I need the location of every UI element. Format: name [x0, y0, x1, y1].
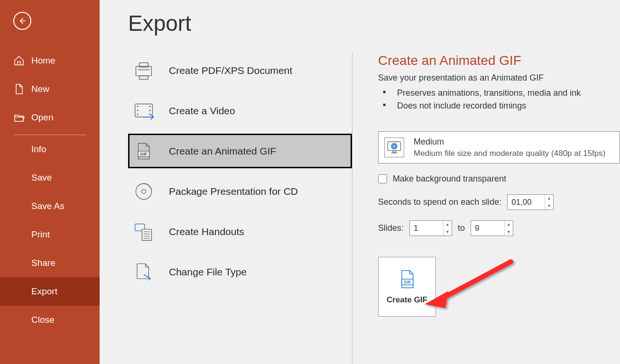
create-gif-button[interactable]: GIF Create GIF — [378, 257, 436, 317]
export-option-handouts[interactable]: Create Handouts — [128, 214, 352, 249]
sidebar-item-label: Save As — [31, 201, 65, 211]
new-file-icon — [13, 83, 25, 95]
export-option-label: Create a Video — [169, 105, 235, 117]
sidebar-item-label: Info — [31, 144, 46, 155]
folder-open-icon — [13, 112, 25, 123]
svg-point-14 — [142, 189, 146, 193]
export-option-label: Package Presentation for CD — [169, 186, 298, 197]
sidebar-item-label: Home — [31, 55, 56, 66]
spinner-down-icon[interactable]: ▼ — [444, 228, 452, 236]
monitor-icon — [384, 137, 404, 157]
sidebar-item-info[interactable]: Info — [0, 135, 100, 164]
transparent-label: Make background transparent — [393, 174, 506, 184]
cd-icon — [133, 181, 155, 202]
export-option-gif[interactable]: GIF Create an Animated GIF — [128, 134, 352, 168]
slides-row: Slides: 1 ▲ ▼ to 9 ▲ ▼ — [378, 220, 620, 236]
seconds-spinner[interactable]: 01,00 ▲ ▼ — [507, 194, 554, 210]
sidebar-item-label: Close — [31, 315, 55, 325]
svg-rect-23 — [393, 151, 396, 152]
export-option-label: Create an Animated GIF — [169, 146, 276, 157]
sidebar-item-print[interactable]: Print — [0, 220, 100, 249]
create-gif-label: Create GIF — [387, 295, 427, 305]
svg-rect-2 — [139, 76, 148, 79]
transparent-checkbox[interactable] — [378, 174, 387, 183]
content-columns: Create PDF/XPS Document Create a — [128, 53, 620, 364]
quality-dropdown[interactable]: Medium Medium file size and moderate qua… — [378, 131, 620, 164]
sidebar-item-open[interactable]: Open — [0, 103, 100, 132]
handouts-icon — [133, 221, 155, 243]
svg-rect-0 — [136, 66, 152, 75]
video-icon — [133, 100, 155, 122]
gif-icon: GIF — [133, 140, 155, 162]
slides-to-value[interactable]: 9 — [471, 221, 504, 236]
svg-point-9 — [149, 109, 150, 111]
sidebar-item-label: Open — [31, 112, 53, 123]
change-filetype-icon — [133, 261, 155, 283]
svg-text:GIF: GIF — [140, 152, 148, 156]
export-option-video[interactable]: Create a Video — [128, 93, 352, 128]
export-option-pdf[interactable]: Create PDF/XPS Document — [128, 53, 352, 88]
spinner-down-icon[interactable]: ▼ — [545, 202, 553, 210]
sidebar-item-share[interactable]: Share — [0, 249, 100, 277]
sidebar-item-save[interactable]: Save — [0, 164, 100, 192]
svg-point-5 — [137, 106, 139, 107]
back-button[interactable] — [13, 12, 31, 30]
seconds-value[interactable]: 01,00 — [508, 195, 545, 209]
quality-title: Medium — [414, 137, 605, 147]
detail-bullets: Preserves animations, transitions, media… — [381, 87, 620, 112]
export-option-label: Create Handouts — [169, 226, 244, 237]
slides-to-label: to — [458, 223, 465, 233]
sidebar-item-new[interactable]: New — [0, 75, 100, 103]
detail-title: Create an Animated GIF — [378, 53, 620, 68]
export-option-list: Create PDF/XPS Document Create a — [128, 53, 352, 364]
sidebar-item-label: Share — [31, 258, 56, 268]
detail-subtitle: Save your presentation as an Animated GI… — [378, 73, 620, 83]
bullet-item: Does not include recorded timings — [381, 100, 620, 112]
svg-point-8 — [149, 106, 150, 107]
sidebar-item-home[interactable]: Home — [0, 46, 100, 75]
slides-label: Slides: — [378, 223, 404, 233]
export-option-label: Create PDF/XPS Document — [169, 65, 292, 76]
sidebar-item-label: Print — [31, 229, 50, 240]
backstage-sidebar: Home New Open Info Save Save As Print Sh… — [0, 0, 100, 364]
slides-from-spinner[interactable]: 1 ▲ ▼ — [409, 220, 452, 236]
page-title: Export — [128, 10, 620, 36]
seconds-row: Seconds to spend on each slide: 01,00 ▲ … — [378, 194, 620, 210]
export-option-cd[interactable]: Package Presentation for CD — [128, 174, 352, 209]
transparent-checkbox-row[interactable]: Make background transparent — [378, 174, 620, 184]
slides-to-spinner[interactable]: 9 ▲ ▼ — [471, 220, 513, 236]
spinner-up-icon[interactable]: ▲ — [444, 221, 452, 228]
svg-point-10 — [149, 113, 150, 115]
sidebar-item-save-as[interactable]: Save As — [0, 192, 100, 220]
spinner-up-icon[interactable]: ▲ — [545, 195, 553, 202]
sidebar-item-label: New — [31, 84, 49, 94]
export-detail-pane: Create an Animated GIF Save your present… — [352, 53, 620, 364]
gif-file-icon: GIF — [397, 269, 417, 290]
slides-from-value[interactable]: 1 — [410, 221, 443, 236]
svg-rect-16 — [142, 229, 151, 240]
sidebar-item-label: Save — [31, 173, 52, 183]
main-content: Export Create PDF/XPS Document — [100, 0, 620, 364]
pdf-icon — [133, 60, 155, 82]
export-option-filetype[interactable]: Change File Type — [128, 255, 352, 289]
quality-texts: Medium Medium file size and moderate qua… — [414, 137, 605, 158]
svg-point-6 — [137, 109, 139, 111]
spinner-up-icon[interactable]: ▲ — [505, 221, 513, 228]
bullet-item: Preserves animations, transitions, media… — [381, 87, 620, 100]
sidebar-item-close[interactable]: Close — [0, 306, 100, 334]
sidebar-item-export[interactable]: Export — [0, 277, 100, 306]
seconds-label: Seconds to spend on each slide: — [378, 197, 501, 207]
sidebar-item-label: Export — [31, 286, 57, 297]
home-icon — [13, 55, 25, 66]
quality-description: Medium file size and moderate quality (4… — [414, 149, 605, 158]
export-option-label: Change File Type — [169, 266, 247, 278]
svg-point-7 — [137, 113, 139, 115]
svg-line-27 — [440, 262, 511, 300]
svg-text:GIF: GIF — [404, 280, 411, 284]
spinner-down-icon[interactable]: ▼ — [505, 228, 513, 236]
